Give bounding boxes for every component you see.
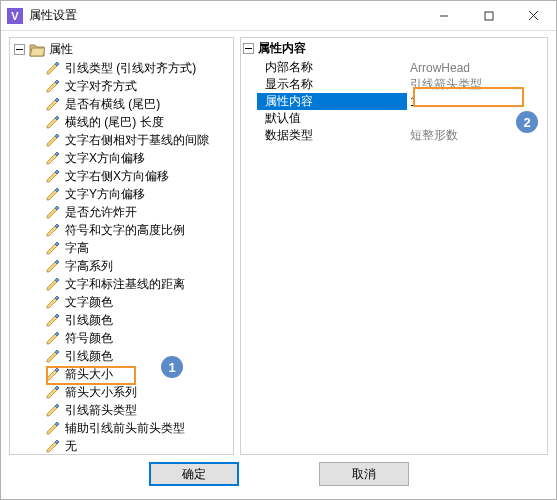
property-icon bbox=[46, 152, 61, 165]
tree-item[interactable]: 字高 bbox=[12, 239, 233, 257]
tree-item[interactable]: 无 bbox=[12, 437, 233, 454]
property-row[interactable]: 默认值 bbox=[257, 110, 547, 127]
property-icon bbox=[46, 440, 61, 453]
property-icon bbox=[46, 386, 61, 399]
tree-item-label: 辅助引线前头前头类型 bbox=[65, 420, 185, 437]
tree-item-label: 是否有横线 (尾巴) bbox=[65, 96, 160, 113]
property-row[interactable]: 数据类型短整形数 bbox=[257, 127, 547, 144]
tree-item[interactable]: 文字X方向偏移 bbox=[12, 149, 233, 167]
tree-item[interactable]: 文字颜色 bbox=[12, 293, 233, 311]
tree-item[interactable]: 引线颜色 bbox=[12, 347, 233, 365]
tree-item-label: 引线类型 (引线对齐方式) bbox=[65, 60, 196, 77]
property-icon bbox=[46, 350, 61, 363]
property-label: 内部名称 bbox=[257, 59, 407, 76]
ok-button[interactable]: 确定 bbox=[149, 462, 239, 486]
property-icon bbox=[46, 314, 61, 327]
property-icon bbox=[46, 62, 61, 75]
property-icon bbox=[46, 278, 61, 291]
property-panel-header: 属性内容 bbox=[241, 38, 547, 59]
tree-item-label: 箭头大小系列 bbox=[65, 384, 137, 401]
property-value: 引线箭头类型 bbox=[407, 76, 547, 93]
property-icon bbox=[46, 332, 61, 345]
tree-item-label: 文字右侧X方向偏移 bbox=[65, 168, 169, 185]
tree-root-label: 属性 bbox=[49, 41, 73, 58]
tree-item[interactable]: 引线颜色 bbox=[12, 311, 233, 329]
tree-item-label: 符号颜色 bbox=[65, 330, 113, 347]
tree-item[interactable]: 文字右侧相对于基线的间隙 bbox=[12, 131, 233, 149]
tree-panel: 属性 引线类型 (引线对齐方式)文字对齐方式是否有横线 (尾巴)横线的 (尾巴)… bbox=[9, 37, 234, 455]
tree-item[interactable]: 辅助引线前头前头类型 bbox=[12, 419, 233, 437]
tree-item[interactable]: 文字对齐方式 bbox=[12, 77, 233, 95]
window-controls bbox=[421, 1, 556, 31]
tree-item[interactable]: 是否允许炸开 bbox=[12, 203, 233, 221]
property-icon bbox=[46, 206, 61, 219]
tree-item[interactable]: 箭头大小 bbox=[12, 365, 233, 383]
tree-item-label: 横线的 (尾巴) 长度 bbox=[65, 114, 164, 131]
titlebar: V 属性设置 bbox=[1, 1, 556, 31]
property-icon bbox=[46, 170, 61, 183]
tree-item[interactable]: 箭头大小系列 bbox=[12, 383, 233, 401]
tree-item-label: 字高 bbox=[65, 240, 89, 257]
app-icon: V bbox=[7, 8, 23, 24]
property-icon bbox=[46, 98, 61, 111]
tree-item[interactable]: 符号颜色 bbox=[12, 329, 233, 347]
tree-item-label: 符号和文字的高度比例 bbox=[65, 222, 185, 239]
property-value-input[interactable] bbox=[407, 93, 547, 110]
tree-item-label: 引线箭头类型 bbox=[65, 402, 137, 419]
maximize-button[interactable] bbox=[466, 1, 511, 31]
tree-item-label: 是否允许炸开 bbox=[65, 204, 137, 221]
property-icon bbox=[46, 422, 61, 435]
property-tree[interactable]: 属性 引线类型 (引线对齐方式)文字对齐方式是否有横线 (尾巴)横线的 (尾巴)… bbox=[10, 38, 233, 454]
property-label: 数据类型 bbox=[257, 127, 407, 144]
window-title: 属性设置 bbox=[29, 7, 77, 24]
property-row[interactable]: 属性内容 bbox=[257, 93, 547, 110]
property-icon bbox=[46, 80, 61, 93]
tree-item[interactable]: 是否有横线 (尾巴) bbox=[12, 95, 233, 113]
property-icon bbox=[46, 134, 61, 147]
tree-item[interactable]: 横线的 (尾巴) 长度 bbox=[12, 113, 233, 131]
minimize-button[interactable] bbox=[421, 1, 466, 31]
folder-icon bbox=[29, 43, 45, 57]
tree-item[interactable]: 文字右侧X方向偏移 bbox=[12, 167, 233, 185]
property-icon bbox=[46, 404, 61, 417]
tree-root-node[interactable]: 属性 bbox=[12, 40, 233, 59]
dialog-window: V 属性设置 属性 引线类型 (引线对齐方式)文字对齐方式是否有横线 bbox=[0, 0, 557, 500]
property-value: 短整形数 bbox=[407, 127, 547, 144]
collapse-icon[interactable] bbox=[14, 44, 25, 55]
dialog-body: 属性 引线类型 (引线对齐方式)文字对齐方式是否有横线 (尾巴)横线的 (尾巴)… bbox=[1, 31, 556, 455]
dialog-footer: 确定 取消 bbox=[1, 455, 556, 499]
property-panel: 属性内容 内部名称ArrowHead显示名称引线箭头类型属性内容默认值数据类型短… bbox=[240, 37, 548, 455]
property-icon bbox=[46, 296, 61, 309]
property-panel-title: 属性内容 bbox=[258, 40, 306, 57]
tree-item-label: 文字和标注基线的距离 bbox=[65, 276, 185, 293]
tree-item[interactable]: 引线箭头类型 bbox=[12, 401, 233, 419]
tree-item[interactable]: 引线类型 (引线对齐方式) bbox=[12, 59, 233, 77]
property-label: 显示名称 bbox=[257, 76, 407, 93]
cancel-button[interactable]: 取消 bbox=[319, 462, 409, 486]
tree-item-label: 无 bbox=[65, 438, 77, 455]
property-label: 属性内容 bbox=[257, 93, 407, 110]
close-button[interactable] bbox=[511, 1, 556, 31]
property-icon bbox=[46, 368, 61, 381]
tree-item-label: 文字右侧相对于基线的间隙 bbox=[65, 132, 209, 149]
tree-item[interactable]: 符号和文字的高度比例 bbox=[12, 221, 233, 239]
tree-item-label: 文字X方向偏移 bbox=[65, 150, 145, 167]
tree-item-label: 引线颜色 bbox=[65, 348, 113, 365]
tree-item[interactable]: 文字Y方向偏移 bbox=[12, 185, 233, 203]
property-icon bbox=[46, 116, 61, 129]
property-icon bbox=[46, 224, 61, 237]
property-label: 默认值 bbox=[257, 110, 407, 127]
tree-item-label: 引线颜色 bbox=[65, 312, 113, 329]
tree-item-label: 文字Y方向偏移 bbox=[65, 186, 145, 203]
property-icon bbox=[46, 188, 61, 201]
property-row[interactable]: 内部名称ArrowHead bbox=[257, 59, 547, 76]
collapse-icon[interactable] bbox=[243, 43, 254, 54]
tree-item[interactable]: 文字和标注基线的距离 bbox=[12, 275, 233, 293]
property-icon bbox=[46, 260, 61, 273]
tree-item-label: 箭头大小 bbox=[65, 366, 113, 383]
tree-item[interactable]: 字高系列 bbox=[12, 257, 233, 275]
property-value: ArrowHead bbox=[407, 61, 547, 75]
property-grid: 内部名称ArrowHead显示名称引线箭头类型属性内容默认值数据类型短整形数 bbox=[241, 59, 547, 144]
property-row[interactable]: 显示名称引线箭头类型 bbox=[257, 76, 547, 93]
tree-item-label: 文字颜色 bbox=[65, 294, 113, 311]
